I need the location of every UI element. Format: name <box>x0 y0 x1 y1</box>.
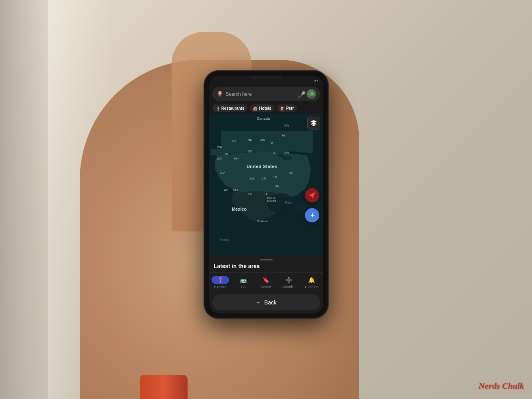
back-arrow: ← <box>255 299 261 306</box>
map-area[interactable]: Canada WA OR MT ID WY NV AZ NM ND SD MN … <box>209 114 323 257</box>
drag-handle[interactable] <box>209 257 323 261</box>
user-avatar[interactable] <box>307 89 316 99</box>
updates-icon-wrap: 🔔 <box>306 276 317 284</box>
petrol-icon: ⛽ <box>280 106 285 110</box>
microphone-icon[interactable]: 🎤 <box>298 91 304 97</box>
svg-point-8 <box>278 154 284 157</box>
map-svg <box>209 114 323 257</box>
window-frame <box>0 0 48 399</box>
nav-contribute[interactable]: ➕ Contrib... <box>277 275 300 290</box>
svg-point-7 <box>282 156 292 160</box>
nav-updates[interactable]: 🔔 Updates <box>300 275 323 290</box>
petrol-pill[interactable]: ⛽ Petr <box>277 105 297 112</box>
nav-saved[interactable]: 🔖 Saved <box>255 275 277 290</box>
go-label: Go <box>241 285 245 289</box>
drag-handle-bar <box>260 259 273 261</box>
contribute-icon-wrap: ➕ <box>283 276 295 284</box>
hotels-icon: 🏨 <box>253 106 257 110</box>
wristband <box>140 375 188 399</box>
phone-screen: ▪▪▪ Search here 🎤 <box>209 76 323 314</box>
bottom-panel: Latest in the area 📍 Explore 🚌 Go <box>209 257 323 314</box>
explore-label: Explore <box>214 285 227 289</box>
phone-notch <box>250 77 282 79</box>
svg-point-5 <box>267 193 295 213</box>
restaurants-icon: 🍴 <box>216 106 220 110</box>
explore-icon: 📍 <box>217 277 224 283</box>
go-icon: 🚌 <box>240 277 247 283</box>
phone-wrapper: ▪▪▪ Search here 🎤 <box>204 71 328 318</box>
restaurants-pill[interactable]: 🍴 Restaurants <box>212 105 248 112</box>
contribute-label: Contrib... <box>281 285 296 289</box>
back-button[interactable]: ← Back <box>212 294 320 310</box>
category-pills: 🍴 Restaurants 🏨 Hotels ⛽ Petr <box>209 103 323 114</box>
google-maps-logo <box>216 91 223 98</box>
saved-icon: 🔖 <box>263 277 269 283</box>
navigation-bar: 📍 Explore 🚌 Go 🔖 Saved <box>209 273 323 292</box>
go-icon-wrap: 🚌 <box>237 276 249 284</box>
navigation-button[interactable] <box>305 208 319 223</box>
contribute-icon: ➕ <box>285 277 292 283</box>
nav-go[interactable]: 🚌 Go <box>232 275 255 290</box>
search-placeholder: Search here <box>226 91 295 97</box>
svg-point-2 <box>310 93 314 96</box>
saved-icon-wrap: 🔖 <box>261 276 272 284</box>
updates-icon: 🔔 <box>308 277 315 283</box>
nerds-chalk-watermark: Nerds Chalk <box>479 381 524 391</box>
waze-button[interactable] <box>305 188 319 202</box>
status-icons: ▪▪▪ <box>314 79 318 82</box>
nav-explore[interactable]: 📍 Explore <box>209 275 232 290</box>
updates-label: Updates <box>305 285 318 289</box>
svg-point-6 <box>295 203 307 211</box>
layers-button[interactable] <box>307 117 320 130</box>
saved-label: Saved <box>261 285 271 289</box>
explore-icon-wrap: 📍 <box>212 276 229 284</box>
latest-in-area-title: Latest in the area <box>209 261 323 273</box>
hotels-pill[interactable]: 🏨 Hotels <box>250 105 275 112</box>
svg-point-0 <box>219 92 221 94</box>
search-bar[interactable]: Search here 🎤 <box>212 87 320 101</box>
phone-device: ▪▪▪ Search here 🎤 <box>204 71 328 318</box>
back-label: Back <box>264 299 277 306</box>
